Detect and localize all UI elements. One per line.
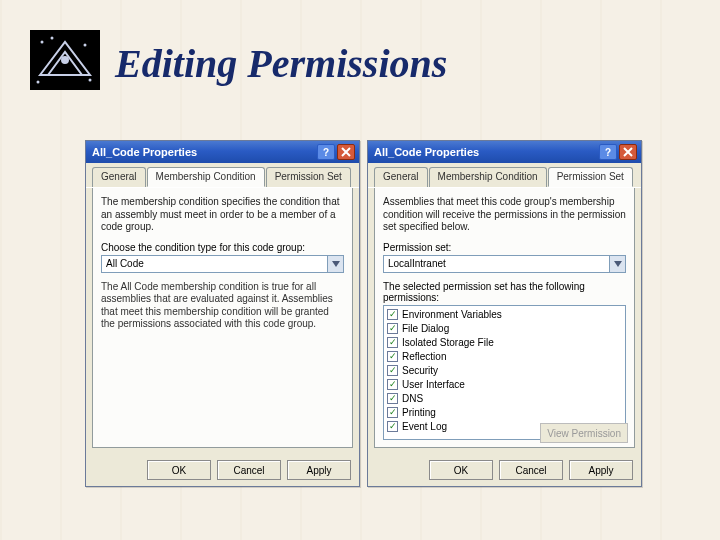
permission-list-label: The selected permission set has the foll…: [383, 281, 626, 303]
slide-bullet-graphic: [30, 30, 100, 90]
checkbox-icon: ✓: [387, 393, 398, 404]
window-title: All_Code Properties: [374, 146, 479, 158]
ok-button[interactable]: OK: [429, 460, 493, 480]
condition-type-value: All Code: [106, 258, 327, 269]
close-button[interactable]: [337, 144, 355, 160]
checkbox-icon: ✓: [387, 351, 398, 362]
permission-item-label: Isolated Storage File: [402, 337, 494, 348]
tab-general[interactable]: General: [92, 167, 146, 187]
tab-strip: General Membership Condition Permission …: [86, 163, 359, 188]
permission-item[interactable]: ✓Security: [387, 364, 622, 378]
permission-item[interactable]: ✓File Dialog: [387, 322, 622, 336]
tab-strip: General Membership Condition Permission …: [368, 163, 641, 188]
permission-item[interactable]: ✓Isolated Storage File: [387, 336, 622, 350]
tab-panel: The membership condition specifies the c…: [92, 188, 353, 448]
slide-title: Editing Permissions: [115, 40, 447, 87]
svg-point-4: [84, 44, 87, 47]
chevron-down-icon: [609, 256, 625, 272]
dialog-membership-condition: All_Code Properties ? General Membership…: [85, 140, 360, 487]
checkbox-icon: ✓: [387, 337, 398, 348]
chevron-down-icon: [327, 256, 343, 272]
permission-set-value: LocalIntranet: [388, 258, 609, 269]
tab-general[interactable]: General: [374, 167, 428, 187]
dialog-button-row: OK Cancel Apply: [368, 454, 641, 486]
view-permission-button: View Permission: [540, 423, 628, 443]
checkbox-icon: ✓: [387, 407, 398, 418]
window-title: All_Code Properties: [92, 146, 197, 158]
permission-item[interactable]: ✓Reflection: [387, 350, 622, 364]
checkbox-icon: ✓: [387, 309, 398, 320]
cancel-button[interactable]: Cancel: [217, 460, 281, 480]
help-button[interactable]: ?: [317, 144, 335, 160]
titlebar[interactable]: All_Code Properties ?: [368, 141, 641, 163]
svg-point-3: [51, 37, 54, 40]
description-text: The membership condition specifies the c…: [101, 196, 344, 234]
apply-button[interactable]: Apply: [287, 460, 351, 480]
condition-hint-text: The All Code membership condition is tru…: [101, 281, 344, 331]
permission-set-combo[interactable]: LocalIntranet: [383, 255, 626, 273]
apply-button[interactable]: Apply: [569, 460, 633, 480]
cancel-button[interactable]: Cancel: [499, 460, 563, 480]
permission-item-label: Printing: [402, 407, 436, 418]
svg-point-6: [37, 81, 40, 84]
help-button[interactable]: ?: [599, 144, 617, 160]
tab-membership-condition[interactable]: Membership Condition: [429, 167, 547, 187]
checkbox-icon: ✓: [387, 421, 398, 432]
permission-item[interactable]: ✓Printing: [387, 406, 622, 420]
tab-permission-set[interactable]: Permission Set: [548, 167, 633, 187]
dialog-button-row: OK Cancel Apply: [86, 454, 359, 486]
condition-type-label: Choose the condition type for this code …: [101, 242, 344, 253]
permission-item[interactable]: ✓DNS: [387, 392, 622, 406]
titlebar[interactable]: All_Code Properties ?: [86, 141, 359, 163]
tab-permission-set[interactable]: Permission Set: [266, 167, 351, 187]
ok-button[interactable]: OK: [147, 460, 211, 480]
dialog-permission-set: All_Code Properties ? General Membership…: [367, 140, 642, 487]
checkbox-icon: ✓: [387, 379, 398, 390]
permission-item-label: Reflection: [402, 351, 446, 362]
tab-panel: Assemblies that meet this code group's m…: [374, 188, 635, 448]
tab-membership-condition[interactable]: Membership Condition: [147, 167, 265, 187]
permission-item-label: User Interface: [402, 379, 465, 390]
permission-item-label: Environment Variables: [402, 309, 502, 320]
svg-point-1: [62, 57, 68, 63]
permission-item-label: File Dialog: [402, 323, 449, 334]
permission-set-label: Permission set:: [383, 242, 626, 253]
permission-item-label: Event Log: [402, 421, 447, 432]
permission-list[interactable]: ✓Environment Variables✓File Dialog✓Isola…: [383, 305, 626, 440]
svg-point-2: [41, 41, 44, 44]
close-button[interactable]: [619, 144, 637, 160]
permission-item-label: DNS: [402, 393, 423, 404]
checkbox-icon: ✓: [387, 365, 398, 376]
permission-item-label: Security: [402, 365, 438, 376]
permission-item[interactable]: ✓Environment Variables: [387, 308, 622, 322]
condition-type-combo[interactable]: All Code: [101, 255, 344, 273]
checkbox-icon: ✓: [387, 323, 398, 334]
svg-point-5: [89, 79, 92, 82]
description-text: Assemblies that meet this code group's m…: [383, 196, 626, 234]
permission-item[interactable]: ✓User Interface: [387, 378, 622, 392]
